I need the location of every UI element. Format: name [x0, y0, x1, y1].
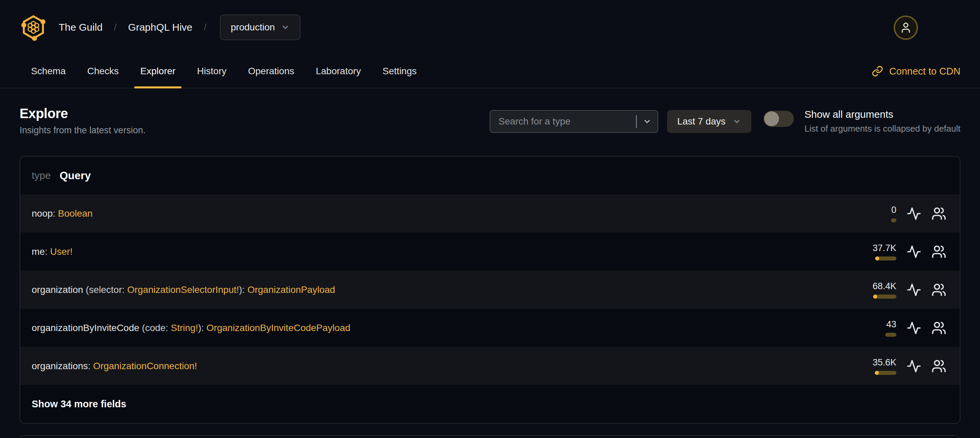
search-input[interactable] [498, 116, 630, 127]
explore-page: Explore Insights from the latest version… [0, 88, 980, 438]
activity-icon[interactable] [907, 359, 921, 374]
users-icon[interactable] [931, 359, 946, 374]
field-stats: 43 [853, 319, 946, 337]
field-plain: : [52, 208, 58, 219]
tab-laboratory[interactable]: Laboratory [310, 55, 367, 88]
usage-stat: 35.6K [853, 357, 896, 375]
usage-bar [885, 333, 896, 337]
field-signature: organizationByInviteCode (code: String!)… [32, 323, 350, 333]
users-icon[interactable] [931, 320, 946, 335]
field-type: String! [171, 323, 198, 333]
app-header: The Guild / GraphQL Hive / production Sc… [0, 0, 980, 88]
field-name: organizations [32, 361, 88, 371]
field-plain: : [45, 246, 50, 257]
field-stats: 37.7K [853, 243, 946, 261]
type-card: type Query noop: Boolean0 me: User!37.7K… [19, 156, 961, 424]
field-row[interactable]: organizationByInviteCode (code: String!)… [20, 309, 960, 347]
field-name: organization [32, 285, 83, 295]
type-search-combobox[interactable] [490, 110, 658, 133]
field-row[interactable]: organization (selector: OrganizationSele… [20, 271, 960, 309]
field-plain: : [88, 361, 94, 371]
connect-cdn-link[interactable]: Connect to CDN [872, 65, 961, 77]
usage-bar-tip [875, 371, 879, 375]
field-signature: organization (selector: OrganizationSele… [32, 285, 335, 295]
target-selector-label: production [231, 22, 275, 33]
usage-stat: 0 [853, 205, 896, 222]
show-arguments-control: Show all arguments List of arguments is … [764, 109, 961, 134]
link-icon [872, 65, 883, 77]
usage-bar [873, 295, 896, 299]
connect-cdn-label: Connect to CDN [889, 66, 961, 77]
usage-stat: 43 [853, 319, 896, 337]
usage-stat: 37.7K [853, 243, 896, 261]
activity-icon[interactable] [907, 282, 921, 297]
usage-count: 43 [886, 319, 896, 330]
page-title: Explore [19, 106, 146, 121]
field-plain: (code: [139, 323, 171, 333]
usage-count: 35.6K [872, 357, 896, 368]
page-subtitle: Insights from the latest version. [19, 125, 146, 135]
field-name: organizationByInviteCode [32, 323, 139, 333]
usage-bar-tip [875, 256, 879, 261]
field-signature: noop: Boolean [32, 208, 93, 219]
activity-icon[interactable] [907, 206, 921, 221]
period-label: Last 7 days [677, 116, 725, 127]
users-icon[interactable] [931, 206, 946, 221]
field-stats: 68.4K [853, 281, 946, 299]
chevron-down-icon[interactable] [643, 117, 652, 126]
next-type-card [19, 435, 961, 438]
toggle-labels: Show all arguments List of arguments is … [805, 109, 961, 134]
breadcrumb-project[interactable]: GraphQL Hive [128, 22, 192, 33]
field-row[interactable]: noop: Boolean0 [20, 194, 960, 233]
usage-count: 68.4K [872, 281, 896, 291]
field-row[interactable]: organizations: OrganizationConnection!35… [20, 347, 960, 385]
tab-operations[interactable]: Operations [242, 55, 300, 88]
usage-bar [875, 371, 896, 375]
field-row[interactable]: me: User!37.7K [20, 233, 960, 271]
show-arguments-toggle[interactable] [764, 111, 794, 127]
field-type: OrganizationPayload [248, 285, 335, 295]
field-type: User! [50, 246, 73, 257]
tab-schema[interactable]: Schema [25, 55, 72, 88]
usage-count: 0 [891, 205, 896, 215]
users-icon[interactable] [931, 244, 946, 259]
field-stats: 0 [853, 205, 946, 222]
field-plain: ): [198, 323, 207, 333]
period-selector-button[interactable]: Last 7 days [667, 110, 751, 133]
field-name: noop [32, 208, 52, 219]
field-plain: ): [239, 285, 248, 295]
chevron-down-icon [281, 23, 290, 32]
toggle-knob [764, 111, 779, 126]
hive-logo-icon[interactable] [19, 13, 47, 41]
activity-icon[interactable] [907, 320, 921, 335]
show-more-fields-button[interactable]: Show 34 more fields [20, 385, 960, 423]
target-selector-button[interactable]: production [220, 14, 301, 40]
user-avatar[interactable] [894, 16, 918, 40]
field-rows: noop: Boolean0 me: User!37.7K organizati… [20, 194, 960, 385]
breadcrumb-org[interactable]: The Guild [59, 22, 102, 33]
type-card-header: type Query [20, 156, 960, 194]
tab-checks[interactable]: Checks [81, 55, 125, 88]
tab-explorer[interactable]: Explorer [134, 55, 181, 88]
field-type: OrganizationByInviteCodePayload [207, 323, 350, 333]
tab-history[interactable]: History [191, 55, 232, 88]
usage-stat: 68.4K [853, 281, 896, 299]
activity-icon[interactable] [907, 244, 921, 259]
field-stats: 35.6K [853, 357, 946, 375]
chevron-down-icon [732, 117, 741, 126]
toggle-label: Show all arguments [805, 109, 961, 120]
page-heading: Explore Insights from the latest version… [19, 106, 146, 135]
field-type: Boolean [58, 208, 93, 219]
usage-count: 37.7K [872, 243, 896, 253]
main-nav: SchemaChecksExplorerHistoryOperationsLab… [0, 55, 980, 88]
field-type: OrganizationSelectorInput! [127, 285, 239, 295]
usage-bar-tip [873, 295, 877, 299]
type-name[interactable]: Query [60, 169, 91, 182]
nav-tabs: SchemaChecksExplorerHistoryOperationsLab… [25, 55, 432, 88]
usage-bar [875, 256, 896, 261]
field-plain: (selector: [83, 285, 127, 295]
users-icon[interactable] [931, 282, 946, 297]
usage-bar [891, 218, 896, 222]
tab-settings[interactable]: Settings [376, 55, 423, 88]
field-signature: me: User! [32, 246, 73, 257]
